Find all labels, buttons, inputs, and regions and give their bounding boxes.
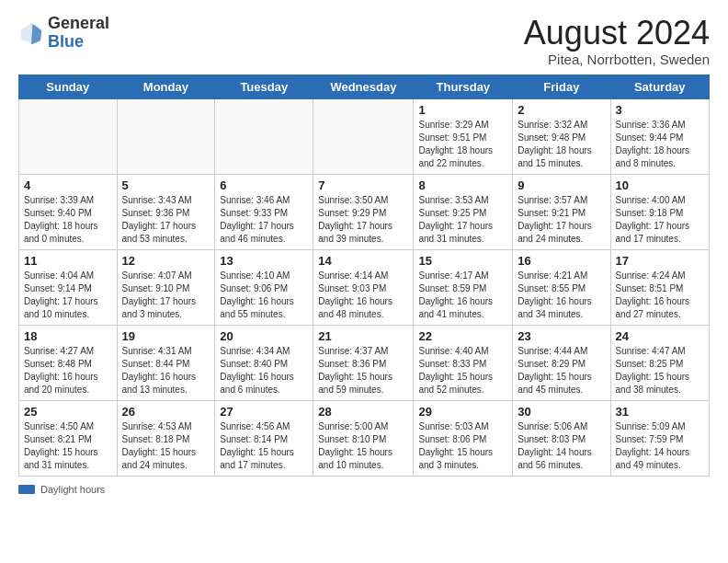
day-number: 25 [24, 405, 112, 419]
logo-icon [18, 20, 44, 46]
day-cell: 24Sunrise: 4:47 AM Sunset: 8:25 PM Dayli… [610, 325, 709, 400]
day-cell: 14Sunrise: 4:14 AM Sunset: 9:03 PM Dayli… [313, 249, 414, 325]
header-row: SundayMondayTuesdayWednesdayThursdayFrid… [19, 75, 710, 98]
col-header-tuesday: Tuesday [215, 75, 313, 98]
day-cell: 12Sunrise: 4:07 AM Sunset: 9:10 PM Dayli… [117, 249, 215, 325]
day-info: Sunrise: 3:46 AM Sunset: 9:33 PM Dayligh… [220, 194, 308, 246]
day-info: Sunrise: 4:10 AM Sunset: 9:06 PM Dayligh… [220, 270, 308, 321]
col-header-sunday: Sunday [19, 75, 118, 98]
logo-blue-text: Blue [48, 33, 109, 52]
day-cell: 8Sunrise: 3:53 AM Sunset: 9:25 PM Daylig… [414, 174, 513, 249]
day-number: 9 [518, 178, 605, 192]
day-number: 26 [122, 405, 210, 419]
day-number: 29 [418, 405, 507, 419]
day-info: Sunrise: 3:36 AM Sunset: 9:44 PM Dayligh… [616, 119, 704, 170]
day-info: Sunrise: 5:00 AM Sunset: 8:10 PM Dayligh… [318, 420, 408, 472]
col-header-monday: Monday [117, 75, 215, 98]
day-number: 30 [518, 405, 605, 419]
day-info: Sunrise: 3:29 AM Sunset: 9:51 PM Dayligh… [418, 119, 507, 170]
logo-general-text: General [48, 15, 109, 33]
day-info: Sunrise: 3:43 AM Sunset: 9:36 PM Dayligh… [122, 194, 210, 246]
week-row-3: 11Sunrise: 4:04 AM Sunset: 9:14 PM Dayli… [19, 249, 710, 325]
day-info: Sunrise: 4:00 AM Sunset: 9:18 PM Dayligh… [616, 194, 704, 246]
day-number: 13 [220, 254, 308, 268]
day-info: Sunrise: 4:07 AM Sunset: 9:10 PM Dayligh… [122, 270, 210, 321]
day-cell: 18Sunrise: 4:27 AM Sunset: 8:48 PM Dayli… [19, 325, 118, 400]
calendar-title: August 2024 [524, 15, 710, 52]
day-number: 23 [518, 329, 605, 343]
day-info: Sunrise: 4:50 AM Sunset: 8:21 PM Dayligh… [24, 420, 112, 472]
day-number: 8 [418, 178, 507, 192]
day-info: Sunrise: 4:17 AM Sunset: 8:59 PM Dayligh… [418, 270, 507, 321]
day-cell [215, 98, 313, 174]
day-number: 18 [24, 329, 112, 343]
day-number: 10 [616, 178, 704, 192]
day-cell: 19Sunrise: 4:31 AM Sunset: 8:44 PM Dayli… [117, 325, 215, 400]
day-cell [19, 98, 118, 174]
day-number: 2 [518, 103, 605, 117]
day-cell: 30Sunrise: 5:06 AM Sunset: 8:03 PM Dayli… [513, 400, 610, 476]
logo: General Blue [18, 15, 109, 52]
col-header-friday: Friday [513, 75, 610, 98]
day-info: Sunrise: 5:09 AM Sunset: 7:59 PM Dayligh… [616, 420, 704, 472]
day-info: Sunrise: 4:53 AM Sunset: 8:18 PM Dayligh… [122, 420, 210, 472]
day-info: Sunrise: 3:39 AM Sunset: 9:40 PM Dayligh… [24, 194, 112, 246]
daylight-bar-icon [18, 485, 35, 494]
week-row-5: 25Sunrise: 4:50 AM Sunset: 8:21 PM Dayli… [19, 400, 710, 476]
day-cell: 5Sunrise: 3:43 AM Sunset: 9:36 PM Daylig… [117, 174, 215, 249]
col-header-wednesday: Wednesday [313, 75, 414, 98]
day-info: Sunrise: 4:44 AM Sunset: 8:29 PM Dayligh… [518, 345, 605, 396]
day-cell: 20Sunrise: 4:34 AM Sunset: 8:40 PM Dayli… [215, 325, 313, 400]
day-info: Sunrise: 5:06 AM Sunset: 8:03 PM Dayligh… [518, 420, 605, 472]
day-info: Sunrise: 4:04 AM Sunset: 9:14 PM Dayligh… [24, 270, 112, 321]
day-number: 1 [418, 103, 507, 117]
day-cell: 4Sunrise: 3:39 AM Sunset: 9:40 PM Daylig… [19, 174, 118, 249]
day-info: Sunrise: 4:47 AM Sunset: 8:25 PM Dayligh… [616, 345, 704, 396]
day-info: Sunrise: 4:37 AM Sunset: 8:36 PM Dayligh… [318, 345, 408, 396]
day-number: 7 [318, 178, 408, 192]
day-number: 31 [616, 405, 704, 419]
day-number: 16 [518, 254, 605, 268]
day-cell: 28Sunrise: 5:00 AM Sunset: 8:10 PM Dayli… [313, 400, 414, 476]
calendar-body: 1Sunrise: 3:29 AM Sunset: 9:51 PM Daylig… [19, 98, 710, 476]
day-cell: 29Sunrise: 5:03 AM Sunset: 8:06 PM Dayli… [414, 400, 513, 476]
day-number: 21 [318, 329, 408, 343]
daylight-label: Daylight hours [40, 484, 105, 495]
day-number: 12 [122, 254, 210, 268]
day-cell: 9Sunrise: 3:57 AM Sunset: 9:21 PM Daylig… [513, 174, 610, 249]
day-cell: 22Sunrise: 4:40 AM Sunset: 8:33 PM Dayli… [414, 325, 513, 400]
day-info: Sunrise: 3:57 AM Sunset: 9:21 PM Dayligh… [518, 194, 605, 246]
day-number: 6 [220, 178, 308, 192]
day-cell: 21Sunrise: 4:37 AM Sunset: 8:36 PM Dayli… [313, 325, 414, 400]
day-cell: 1Sunrise: 3:29 AM Sunset: 9:51 PM Daylig… [414, 98, 513, 174]
day-cell [313, 98, 414, 174]
day-cell: 15Sunrise: 4:17 AM Sunset: 8:59 PM Dayli… [414, 249, 513, 325]
svg-marker-1 [31, 24, 41, 44]
day-number: 3 [616, 103, 704, 117]
day-cell: 31Sunrise: 5:09 AM Sunset: 7:59 PM Dayli… [610, 400, 709, 476]
calendar-header: SundayMondayTuesdayWednesdayThursdayFrid… [19, 75, 710, 98]
day-cell: 11Sunrise: 4:04 AM Sunset: 9:14 PM Dayli… [19, 249, 118, 325]
day-info: Sunrise: 4:14 AM Sunset: 9:03 PM Dayligh… [318, 270, 408, 321]
day-cell: 25Sunrise: 4:50 AM Sunset: 8:21 PM Dayli… [19, 400, 118, 476]
day-number: 4 [24, 178, 112, 192]
day-number: 28 [318, 405, 408, 419]
day-number: 20 [220, 329, 308, 343]
day-cell: 6Sunrise: 3:46 AM Sunset: 9:33 PM Daylig… [215, 174, 313, 249]
day-number: 24 [616, 329, 704, 343]
title-block: August 2024 Pitea, Norrbotten, Sweden [524, 15, 710, 67]
day-info: Sunrise: 5:03 AM Sunset: 8:06 PM Dayligh… [418, 420, 507, 472]
day-number: 15 [418, 254, 507, 268]
day-info: Sunrise: 4:21 AM Sunset: 8:55 PM Dayligh… [518, 270, 605, 321]
day-cell: 27Sunrise: 4:56 AM Sunset: 8:14 PM Dayli… [215, 400, 313, 476]
day-number: 19 [122, 329, 210, 343]
logo-text: General Blue [48, 15, 109, 52]
week-row-2: 4Sunrise: 3:39 AM Sunset: 9:40 PM Daylig… [19, 174, 710, 249]
day-info: Sunrise: 4:31 AM Sunset: 8:44 PM Dayligh… [122, 345, 210, 396]
day-cell: 10Sunrise: 4:00 AM Sunset: 9:18 PM Dayli… [610, 174, 709, 249]
day-number: 5 [122, 178, 210, 192]
day-info: Sunrise: 3:53 AM Sunset: 9:25 PM Dayligh… [418, 194, 507, 246]
day-info: Sunrise: 4:24 AM Sunset: 8:51 PM Dayligh… [616, 270, 704, 321]
footer: Daylight hours [18, 484, 710, 495]
day-cell: 16Sunrise: 4:21 AM Sunset: 8:55 PM Dayli… [513, 249, 610, 325]
